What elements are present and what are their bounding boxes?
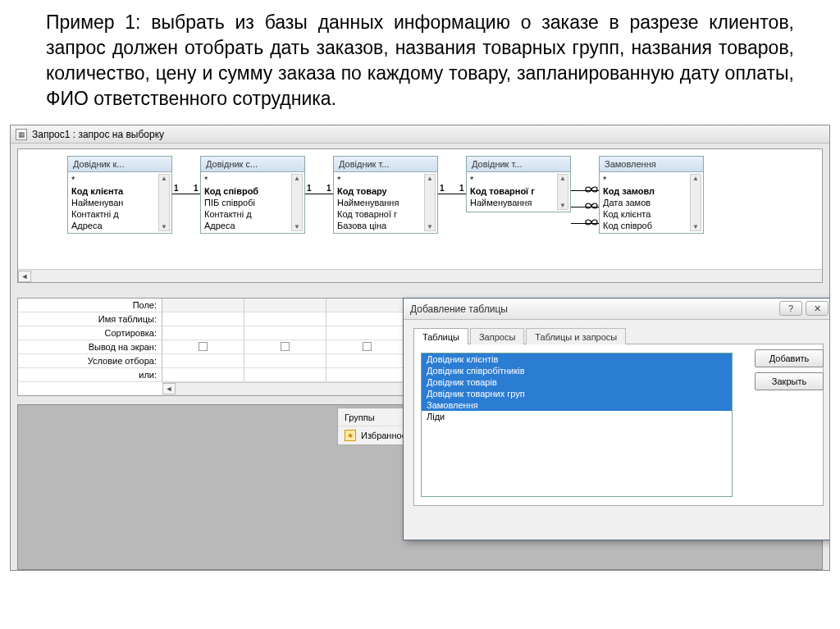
- dialog-title: Добавление таблицы: [410, 303, 508, 315]
- list-item[interactable]: Довідник клієнтів: [422, 353, 732, 365]
- checkbox[interactable]: [199, 342, 208, 351]
- grid-cell[interactable]: [326, 312, 409, 326]
- list-item[interactable]: Довідник товарів: [422, 376, 732, 388]
- window-title-text: Запрос1 : запрос на выборку: [32, 129, 164, 140]
- groups-label: Группы: [345, 412, 375, 422]
- grid-label-criteria: Условие отбора:: [18, 354, 162, 368]
- field[interactable]: Код клієнта: [603, 208, 701, 220]
- field-star[interactable]: *: [603, 174, 701, 185]
- field[interactable]: Контактні д: [204, 208, 303, 220]
- field-pk[interactable]: Код товарної г: [470, 185, 568, 197]
- field[interactable]: Найменування: [470, 197, 568, 208]
- relation-1: 1: [440, 184, 445, 193]
- field[interactable]: Адреса: [204, 220, 303, 231]
- field[interactable]: Найменуван: [71, 197, 170, 208]
- scrollbar[interactable]: [557, 174, 568, 210]
- grid-cell[interactable]: [162, 299, 244, 312]
- scroll-left-icon[interactable]: ◄: [162, 383, 176, 394]
- scrollbar[interactable]: [424, 174, 436, 231]
- query-designer-window: ▦ Запрос1 : запрос на выборку Довідник к…: [10, 125, 830, 571]
- table-box-product-groups[interactable]: Довідник т... * Код товарної г Найменува…: [466, 156, 571, 212]
- tab-queries[interactable]: Запросы: [470, 328, 524, 344]
- grid-cell[interactable]: [244, 299, 326, 312]
- grid-label-show: Вывод на экран:: [18, 340, 162, 354]
- scrollbar[interactable]: [291, 174, 303, 231]
- field[interactable]: Дата замов: [603, 197, 701, 208]
- close-button[interactable]: ✕: [806, 301, 829, 316]
- field[interactable]: Адреса: [71, 220, 170, 231]
- table-box-products[interactable]: Довідник т... * Код товару Найменування …: [333, 156, 438, 234]
- add-table-dialog: Добавление таблицы ? ✕ Таблицы Запросы Т…: [403, 298, 830, 540]
- grid-row-labels: Поле: Имя таблицы: Сортировка: Вывод на …: [18, 299, 162, 395]
- relation-1: 1: [194, 184, 199, 193]
- table-box-employees[interactable]: Довідник с... * Код співроб ПІБ співробі…: [200, 156, 305, 234]
- field[interactable]: Базова ціна: [337, 220, 436, 231]
- add-button[interactable]: Добавить: [755, 349, 824, 367]
- grid-cell-show[interactable]: [244, 340, 326, 353]
- grid-cell[interactable]: [244, 354, 326, 367]
- table-title: Довідник к...: [68, 157, 171, 172]
- relation-1: 1: [174, 184, 179, 193]
- field[interactable]: Найменування: [337, 197, 436, 208]
- tab-tables[interactable]: Таблицы: [413, 328, 468, 344]
- tables-listbox[interactable]: Довідник клієнтів Довідник співробітникі…: [421, 353, 733, 497]
- grid-label-field: Поле:: [18, 299, 162, 312]
- field-star[interactable]: *: [71, 174, 170, 185]
- field[interactable]: Код співроб: [603, 220, 701, 231]
- field-star[interactable]: *: [337, 174, 436, 185]
- grid-cell[interactable]: [162, 368, 244, 381]
- table-box-clients[interactable]: Довідник к... * Код клієнта Найменуван К…: [67, 156, 172, 234]
- horizontal-scrollbar[interactable]: ◄: [18, 269, 822, 282]
- scrollbar[interactable]: [158, 174, 170, 231]
- list-item[interactable]: Ліди: [422, 411, 732, 422]
- close-dialog-button[interactable]: Закрыть: [755, 372, 824, 390]
- infinity-icon: [584, 202, 599, 210]
- field-star[interactable]: *: [470, 174, 568, 185]
- scroll-left-icon[interactable]: ◄: [18, 271, 31, 282]
- grid-cell[interactable]: [326, 326, 409, 340]
- grid-cell[interactable]: [162, 326, 244, 340]
- table-title: Довідник т...: [467, 157, 570, 172]
- list-item[interactable]: Довідник співробітників: [422, 365, 732, 376]
- grid-cell[interactable]: [162, 312, 244, 326]
- checkbox[interactable]: [363, 342, 372, 351]
- grid-label-or: или:: [18, 368, 162, 382]
- window-titlebar: ▦ Запрос1 : запрос на выборку: [11, 125, 829, 144]
- relations-canvas[interactable]: Довідник к... * Код клієнта Найменуван К…: [18, 149, 789, 264]
- grid-cell[interactable]: [162, 354, 244, 367]
- field-pk[interactable]: Код замовл: [603, 185, 701, 197]
- grid-cell[interactable]: [244, 326, 326, 340]
- field-pk[interactable]: Код співроб: [204, 185, 303, 197]
- field[interactable]: Код товарної г: [337, 208, 436, 220]
- grid-label-sort: Сортировка:: [18, 326, 162, 340]
- field-pk[interactable]: Код товару: [337, 185, 436, 197]
- grid-cell[interactable]: [326, 368, 409, 381]
- list-item[interactable]: Замовлення: [422, 399, 732, 411]
- field[interactable]: ПІБ співробі: [204, 197, 303, 208]
- relation-1: 1: [326, 184, 331, 193]
- grid-cell-show[interactable]: [162, 340, 244, 353]
- tab-both[interactable]: Таблицы и запросы: [526, 328, 626, 344]
- problem-statement: Пример 1: выбрать из базы данных информа…: [0, 0, 840, 121]
- list-item[interactable]: Довідник товарних груп: [422, 388, 732, 399]
- grid-cell[interactable]: [244, 368, 326, 381]
- star-icon: ★: [345, 430, 356, 441]
- relation-line: [438, 194, 466, 194]
- field-pk[interactable]: Код клієнта: [71, 185, 170, 197]
- grid-cell[interactable]: [326, 354, 409, 367]
- grid-cell[interactable]: [326, 299, 409, 312]
- scrollbar[interactable]: [690, 174, 701, 231]
- table-title: Довідник т...: [334, 157, 437, 172]
- checkbox[interactable]: [281, 342, 290, 351]
- field-star[interactable]: *: [204, 174, 303, 185]
- field[interactable]: Контактні д: [71, 208, 170, 220]
- grid-cell[interactable]: [244, 312, 326, 326]
- help-button[interactable]: ?: [779, 301, 802, 316]
- table-box-orders[interactable]: Замовлення * Код замовл Дата замов Код к…: [599, 156, 704, 234]
- dialog-tabs: Таблицы Запросы Таблицы и запросы: [413, 328, 824, 344]
- grid-cell-show[interactable]: [326, 340, 409, 353]
- query-icon: ▦: [16, 129, 27, 140]
- dialog-titlebar[interactable]: Добавление таблицы ? ✕: [404, 299, 830, 320]
- favorites-label: Избранное: [361, 431, 407, 440]
- relations-pane[interactable]: Довідник к... * Код клієнта Найменуван К…: [17, 148, 823, 283]
